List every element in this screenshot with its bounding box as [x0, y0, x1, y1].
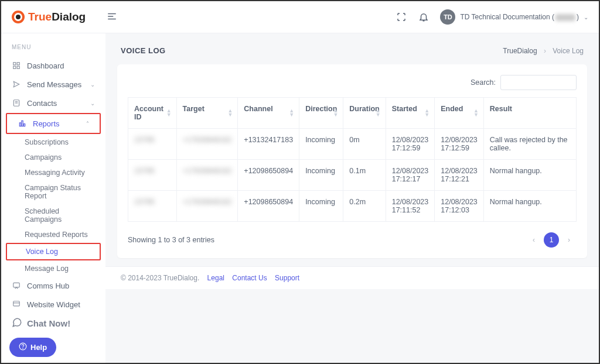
chat-now-label: Chat Now! [27, 318, 70, 328]
voice-log-table: Account ID▲▼ Target▲▼ Channel▲▼ Directio… [128, 97, 577, 222]
page-prev-button[interactable]: ‹ [526, 232, 541, 248]
chevron-down-icon: ⌄ [584, 14, 588, 20]
sidebar-sub-messaging-activity[interactable]: Messaging Activity [1, 165, 105, 180]
svg-point-17 [23, 348, 23, 349]
user-menu[interactable]: TD TD Technical Documentation () ⌄ [440, 9, 588, 25]
fullscreen-icon[interactable] [396, 11, 407, 23]
cell-duration: 0m [343, 129, 386, 160]
logo-mark-icon [12, 11, 25, 23]
sidebar-item-label: Reports [33, 119, 60, 128]
sidebar-item-reports[interactable]: Reports ˄ [7, 114, 100, 133]
col-channel[interactable]: Channel▲▼ [238, 98, 299, 129]
help-label: Help [30, 343, 47, 352]
cell-started: 12/08/202317:12:59 [386, 129, 435, 160]
cell-result: Call was rejected by the callee. [483, 129, 576, 160]
sidebar-sub-requested-reports[interactable]: Requested Reports [1, 227, 105, 242]
chevron-down-icon: ⌄ [90, 100, 95, 107]
cell-ended: 12/08/202317:12:21 [435, 160, 484, 191]
svg-rect-13 [13, 283, 20, 287]
sidebar: MENU Dashboard Send Messages ⌄ Contacts … [1, 33, 105, 363]
cell-started: 12/08/202317:12:17 [386, 160, 435, 191]
sort-icon: ▲▼ [227, 109, 233, 117]
voice-log-card: Search: Account ID▲▼ Target▲▼ Channel▲▼ … [117, 64, 587, 258]
cell-started: 12/08/202317:11:52 [386, 191, 435, 222]
cell-ended: 12/08/202317:12:03 [435, 191, 484, 222]
cell-result: Normal hangup. [483, 160, 576, 191]
cell-target: +17630848182 [176, 129, 238, 160]
cell-account-id: 23795 [128, 129, 177, 160]
sidebar-sub-scheduled-campaigns[interactable]: Scheduled Campaigns [1, 204, 105, 227]
page-title: VOICE LOG [121, 46, 166, 55]
sidebar-sub-campaigns[interactable]: Campaigns [1, 150, 105, 165]
breadcrumb-root[interactable]: TrueDialog [503, 47, 537, 55]
widget-icon [12, 300, 21, 309]
cell-direction: Incoming [299, 129, 343, 160]
svg-rect-4 [17, 63, 19, 65]
sidebar-item-website-widget[interactable]: Website Widget [1, 295, 105, 314]
cell-account-id: 23795 [128, 191, 177, 222]
sidebar-item-label: Contacts [27, 99, 57, 108]
sidebar-item-contacts[interactable]: Contacts ⌄ [1, 94, 105, 112]
sort-icon: ▲▼ [289, 109, 294, 117]
chevron-up-icon: ˄ [86, 121, 89, 127]
sidebar-item-send-messages[interactable]: Send Messages ⌄ [1, 75, 105, 94]
bell-icon[interactable] [418, 11, 429, 23]
footer-link-legal[interactable]: Legal [207, 274, 224, 282]
cell-channel: +12098650894 [238, 160, 299, 191]
col-target[interactable]: Target▲▼ [176, 98, 238, 129]
sort-icon: ▲▼ [333, 109, 338, 117]
breadcrumb: TrueDialog › Voice Log [503, 47, 584, 55]
sidebar-item-label: Website Widget [27, 300, 80, 309]
sidebar-item-comms-hub[interactable]: Comms Hub [1, 276, 105, 295]
cell-result: Normal hangup. [483, 191, 576, 222]
brand-name: TrueDialog [28, 11, 86, 23]
sidebar-item-dashboard[interactable]: Dashboard [1, 56, 105, 75]
cell-target: +17630848182 [176, 160, 238, 191]
col-account-id[interactable]: Account ID▲▼ [128, 98, 177, 129]
sidebar-sub-subscriptions[interactable]: Subscriptions [1, 135, 105, 150]
dashboard-icon [12, 61, 21, 70]
brand-logo[interactable]: TrueDialog [12, 11, 86, 23]
chat-icon [12, 281, 21, 290]
sidebar-sub-campaign-status[interactable]: Campaign Status Report [1, 180, 105, 204]
table-row: 23795+17630848182+12098650894Incoming0.2… [128, 191, 577, 222]
sidebar-item-label: Comms Hub [27, 281, 69, 290]
search-label: Search: [471, 78, 496, 87]
menu-section-label: MENU [1, 44, 105, 56]
search-input[interactable] [500, 75, 577, 90]
svg-rect-10 [19, 123, 21, 126]
main-content: VOICE LOG TrueDialog › Voice Log Search:… [105, 33, 599, 363]
col-direction[interactable]: Direction▲▼ [299, 98, 343, 129]
col-result[interactable]: Result [483, 98, 576, 129]
help-icon [19, 342, 27, 352]
page-next-button[interactable]: › [561, 232, 577, 248]
send-icon [12, 80, 21, 89]
menu-toggle-button[interactable] [107, 11, 117, 23]
highlight-voice-log: Voice Log [6, 243, 101, 260]
svg-rect-5 [13, 66, 16, 68]
col-started[interactable]: Started▲▼ [386, 98, 435, 129]
sidebar-sub-voice-log[interactable]: Voice Log [7, 244, 100, 259]
brand-rest: Dialog [52, 11, 86, 23]
user-name-label: TD Technical Documentation () [460, 13, 579, 21]
cell-duration: 0.1m [343, 160, 386, 191]
sidebar-sub-message-log[interactable]: Message Log [1, 261, 105, 276]
svg-rect-6 [17, 66, 19, 68]
breadcrumb-separator-icon: › [544, 47, 546, 55]
sort-icon: ▲▼ [424, 109, 429, 117]
help-button[interactable]: Help [9, 338, 56, 357]
brand-accent: True [28, 11, 52, 23]
footer-link-contact[interactable]: Contact Us [232, 274, 267, 282]
sidebar-item-label: Dashboard [27, 61, 64, 70]
highlight-reports: Reports ˄ [6, 113, 101, 134]
footer-link-support[interactable]: Support [275, 274, 299, 282]
col-duration[interactable]: Duration▲▼ [343, 98, 386, 129]
cell-channel: +13132417183 [238, 129, 299, 160]
chat-now-button[interactable]: Chat Now! [9, 314, 97, 338]
topbar: TrueDialog TD TD Technical Documentation… [1, 1, 599, 33]
page-current-button[interactable]: 1 [544, 232, 559, 248]
footer: © 2014-2023 TrueDialog. Legal Contact Us… [105, 266, 599, 289]
table-row: 23795+17630848182+12098650894Incoming0.1… [128, 160, 577, 191]
sort-icon: ▲▼ [166, 109, 172, 117]
col-ended[interactable]: Ended▲▼ [435, 98, 484, 129]
